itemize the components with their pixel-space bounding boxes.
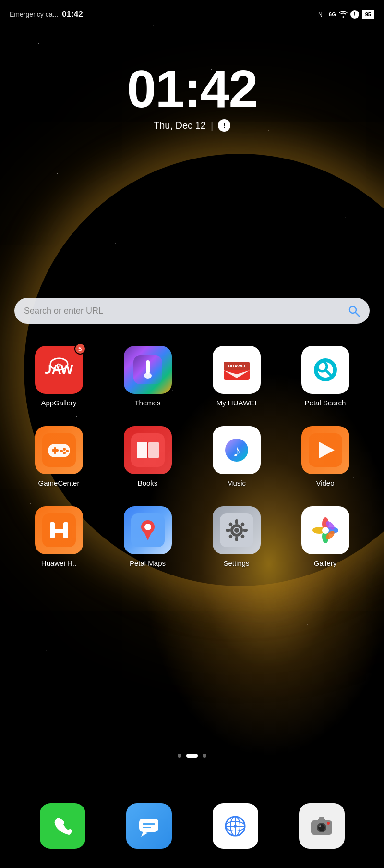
app-appgallery[interactable]: HUAWEI 🛍 5 AppGallery — [25, 346, 93, 407]
svg-text:N: N — [318, 12, 323, 18]
app-themes-icon-wrap — [124, 346, 172, 394]
app-video[interactable]: Video — [292, 426, 359, 487]
status-right: N 6G ! 95 — [318, 10, 374, 19]
app-gamecenter-label: GameCenter — [38, 479, 80, 487]
page-dot-1[interactable] — [178, 754, 181, 758]
search-icon[interactable] — [348, 305, 360, 317]
svg-point-73 — [318, 824, 325, 831]
app-music-icon-wrap: ♪ — [213, 426, 261, 474]
app-health-icon — [35, 506, 83, 554]
app-grid: HUAWEI 🛍 5 AppGallery — [0, 346, 384, 587]
emergency-text: Emergency ca... — [10, 11, 58, 18]
app-settings-label: Settings — [223, 559, 249, 567]
svg-point-21 — [66, 450, 69, 452]
app-petalmaps-label: Petal Maps — [130, 559, 166, 567]
app-video-icon — [301, 426, 349, 474]
app-gamecenter-icon — [35, 426, 83, 474]
app-settings-icon — [213, 506, 261, 554]
app-petalmaps-icon-wrap — [124, 506, 172, 554]
svg-marker-71 — [318, 817, 325, 820]
app-health-icon-wrap — [35, 506, 83, 554]
page-dot-3[interactable] — [203, 754, 206, 758]
search-bar[interactable]: Search or enter URL — [14, 298, 370, 324]
svg-rect-44 — [235, 519, 238, 524]
app-gallery[interactable]: Gallery — [292, 506, 359, 567]
app-themes[interactable]: Themes — [114, 346, 181, 407]
svg-point-75 — [327, 822, 330, 825]
svg-point-39 — [144, 524, 151, 530]
app-health[interactable]: Huawei H.. — [25, 506, 93, 567]
app-petalsearch-icon-wrap — [301, 346, 349, 394]
svg-rect-47 — [243, 529, 248, 532]
app-video-icon-wrap — [301, 426, 349, 474]
dock-phone[interactable] — [40, 803, 85, 849]
app-music-label: Music — [227, 479, 246, 487]
app-music[interactable]: ♪ Music — [203, 426, 270, 487]
svg-point-22 — [63, 452, 66, 454]
app-music-icon: ♪ — [213, 426, 261, 474]
app-petalsearch[interactable]: Petal Search — [292, 346, 359, 407]
app-themes-label: Themes — [134, 399, 160, 407]
app-petalmaps-icon — [124, 506, 172, 554]
app-appgallery-icon: HUAWEI 🛍 — [35, 346, 83, 394]
app-themes-icon — [124, 346, 172, 394]
svg-point-20 — [63, 448, 66, 451]
svg-point-74 — [319, 825, 321, 827]
clock-section: 01:42 Thu, Dec 12 | ! — [0, 62, 384, 132]
app-myhuawei-icon: HUAWEI — [213, 346, 261, 394]
nfc-icon: N — [318, 11, 326, 18]
svg-rect-46 — [226, 529, 230, 532]
app-appgallery-label: AppGallery — [41, 399, 76, 407]
app-myhuawei[interactable]: HUAWEI My HUAWEI — [203, 346, 270, 407]
clock-time: 01:42 — [0, 62, 384, 115]
dock-camera[interactable] — [299, 803, 345, 849]
app-gamecenter-icon-wrap — [35, 426, 83, 474]
svg-rect-7 — [146, 360, 150, 374]
clock-date: Thu, Dec 12 | ! — [0, 119, 384, 132]
app-settings[interactable]: Settings — [203, 506, 270, 567]
app-petalmaps[interactable]: Petal Maps — [114, 506, 181, 567]
app-settings-icon-wrap — [213, 506, 261, 554]
dock-browser[interactable] — [213, 803, 258, 849]
app-myhuawei-icon-wrap: HUAWEI — [213, 346, 261, 394]
svg-rect-19 — [54, 447, 56, 454]
svg-rect-36 — [50, 529, 68, 533]
dock-messages-icon — [126, 803, 172, 849]
svg-point-43 — [234, 528, 239, 533]
svg-rect-62 — [143, 823, 155, 825]
page-dot-2[interactable] — [186, 754, 198, 758]
alert-status-icon: ! — [350, 10, 359, 19]
page-indicators — [0, 754, 384, 758]
app-gallery-label: Gallery — [314, 559, 337, 567]
app-petalsearch-icon — [301, 346, 349, 394]
svg-text:HUAWEI: HUAWEI — [228, 364, 245, 368]
svg-point-23 — [60, 450, 63, 452]
app-gallery-icon — [301, 506, 349, 554]
dock — [0, 803, 384, 849]
svg-point-8 — [144, 373, 152, 379]
status-time: 01:42 — [62, 10, 83, 19]
app-video-label: Video — [316, 479, 334, 487]
app-health-label: Huawei H.. — [41, 559, 76, 567]
svg-rect-60 — [139, 819, 158, 832]
svg-line-15 — [325, 370, 332, 376]
svg-rect-25 — [137, 442, 147, 458]
dock-messages[interactable] — [126, 803, 172, 849]
app-row-3: Huawei H.. — [14, 506, 370, 567]
app-row-1: HUAWEI 🛍 5 AppGallery — [14, 346, 370, 407]
search-input-container[interactable]: Search or enter URL — [14, 298, 370, 324]
app-books[interactable]: Books — [114, 426, 181, 487]
svg-rect-63 — [143, 827, 151, 828]
dock-camera-icon — [299, 803, 345, 849]
battery-icon: 95 — [362, 10, 374, 19]
date-text: Thu, Dec 12 — [154, 120, 206, 131]
app-gamecenter[interactable]: GameCenter — [25, 426, 93, 487]
status-bar: Emergency ca... 01:42 N 6G ! 95 — [0, 0, 384, 29]
dock-phone-icon — [40, 803, 85, 849]
app-books-label: Books — [138, 479, 158, 487]
app-books-icon — [124, 426, 172, 474]
app-appgallery-icon-wrap: HUAWEI 🛍 5 — [35, 346, 83, 394]
wifi-icon — [339, 11, 348, 18]
svg-point-69 — [234, 825, 237, 828]
svg-rect-26 — [148, 442, 159, 458]
